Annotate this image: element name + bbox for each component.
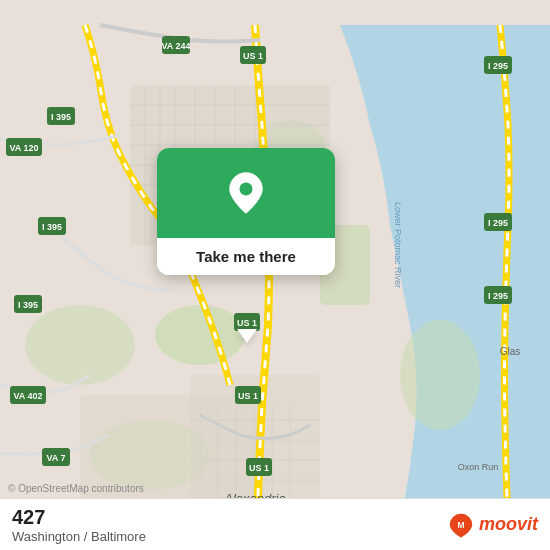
svg-text:Glas: Glas xyxy=(500,346,521,357)
svg-point-2 xyxy=(155,305,245,365)
svg-text:VA 244: VA 244 xyxy=(161,41,190,51)
svg-text:Lower Potomac River: Lower Potomac River xyxy=(393,202,403,288)
svg-text:I 295: I 295 xyxy=(488,291,508,301)
moovit-logo[interactable]: M moovit xyxy=(447,511,538,539)
svg-text:I 395: I 395 xyxy=(18,300,38,310)
svg-text:VA 402: VA 402 xyxy=(13,391,42,401)
copyright-text: © OpenStreetMap contributors xyxy=(8,483,144,494)
svg-text:I 295: I 295 xyxy=(488,218,508,228)
map-container: I 395 I 395 I 395 US 1 US 1 US 1 US 1 I … xyxy=(0,0,550,550)
svg-text:I 395: I 395 xyxy=(42,222,62,232)
bottom-left: 427 Washington / Baltimore xyxy=(12,506,146,544)
svg-text:VA 7: VA 7 xyxy=(46,453,65,463)
moovit-brand-icon: M xyxy=(447,511,475,539)
bottom-bar: 427 Washington / Baltimore M moovit xyxy=(0,498,550,550)
moovit-text-label: moovit xyxy=(479,514,538,535)
location-pin-icon xyxy=(224,171,268,215)
svg-text:I 395: I 395 xyxy=(51,112,71,122)
route-number: 427 xyxy=(12,506,146,529)
svg-text:M: M xyxy=(457,519,464,529)
svg-text:I 295: I 295 xyxy=(488,61,508,71)
take-me-there-button[interactable]: Take me there xyxy=(157,238,335,275)
popup-green-header xyxy=(157,148,335,238)
popup-card: Take me there xyxy=(157,148,335,275)
svg-text:US 1: US 1 xyxy=(249,463,269,473)
svg-text:Oxon Run: Oxon Run xyxy=(458,462,499,472)
svg-text:US 1: US 1 xyxy=(238,391,258,401)
svg-text:VA 120: VA 120 xyxy=(9,143,38,153)
svg-point-4 xyxy=(400,320,480,430)
svg-point-5 xyxy=(25,305,135,385)
city-name: Washington / Baltimore xyxy=(12,529,146,544)
svg-text:US 1: US 1 xyxy=(237,318,257,328)
popup-tail xyxy=(237,329,257,343)
svg-text:US 1: US 1 xyxy=(243,51,263,61)
map-background: I 395 I 395 I 395 US 1 US 1 US 1 US 1 I … xyxy=(0,0,550,550)
svg-point-65 xyxy=(239,182,252,195)
